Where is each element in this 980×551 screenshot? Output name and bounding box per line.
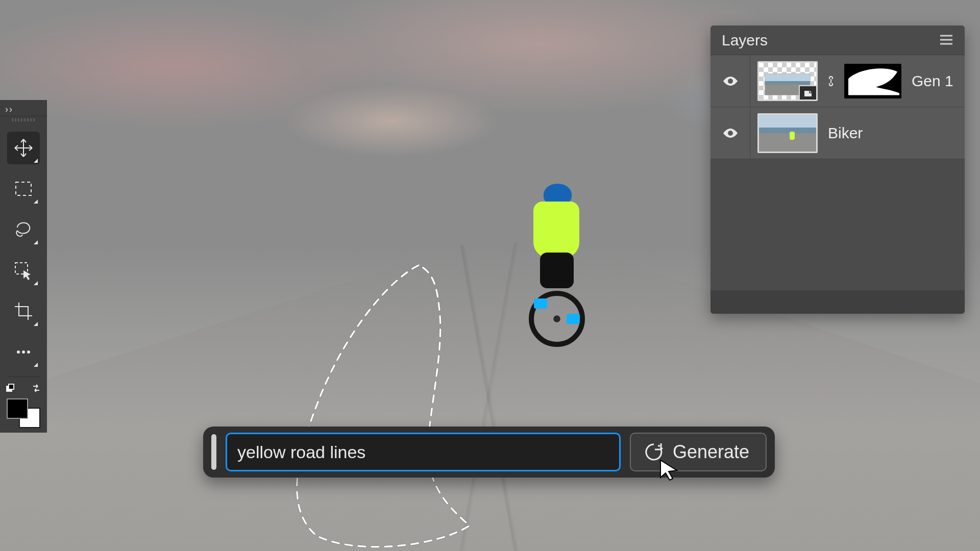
layer-mask-link[interactable] xyxy=(825,75,837,87)
generate-icon xyxy=(643,441,665,463)
toolstrip: ›› xyxy=(0,100,47,433)
color-swatches[interactable] xyxy=(7,398,40,428)
generate-button-label: Generate xyxy=(673,441,749,463)
more-tools-button[interactable] xyxy=(7,336,40,368)
lasso-tool[interactable] xyxy=(7,213,40,246)
eye-icon xyxy=(722,72,739,90)
svg-point-11 xyxy=(728,131,733,136)
bar-drag-handle[interactable] xyxy=(211,434,216,470)
generative-fill-bar: Generate xyxy=(203,427,775,478)
layer-visibility-toggle[interactable] xyxy=(710,55,750,107)
svg-rect-0 xyxy=(16,182,31,195)
toolstrip-separator xyxy=(7,377,40,377)
layer-thumbnail[interactable] xyxy=(757,113,818,153)
layers-panel-header: Layers xyxy=(710,26,965,55)
layer-row[interactable]: Gen 1 xyxy=(710,55,965,107)
link-icon xyxy=(826,75,836,87)
svg-point-12 xyxy=(658,445,660,447)
layers-panel-menu-button[interactable] xyxy=(939,32,953,49)
svg-point-2 xyxy=(17,350,20,354)
swap-colors-button[interactable] xyxy=(31,383,41,395)
crop-tool[interactable] xyxy=(7,295,40,328)
layer-visibility-toggle[interactable] xyxy=(710,107,750,159)
cyclist-figure xyxy=(516,181,597,349)
smart-object-icon xyxy=(799,85,817,101)
move-icon xyxy=(13,138,34,158)
ellipsis-icon xyxy=(13,342,34,362)
generate-button[interactable]: Generate xyxy=(630,433,767,471)
object-select-tool[interactable] xyxy=(7,254,40,287)
collapse-panels-button[interactable]: ›› xyxy=(0,103,47,116)
crop-icon xyxy=(13,301,34,321)
layers-panel: Layers Gen 1 xyxy=(710,26,965,314)
toolstrip-grip[interactable] xyxy=(0,116,47,123)
svg-point-13 xyxy=(661,447,663,449)
lasso-icon xyxy=(13,219,34,240)
hamburger-icon xyxy=(939,34,953,45)
layer-mask-thumbnail[interactable] xyxy=(844,64,901,98)
layers-panel-footer xyxy=(710,290,965,314)
svg-rect-6 xyxy=(9,384,14,389)
layer-row[interactable]: Biker xyxy=(710,107,965,159)
layers-empty-area[interactable] xyxy=(710,159,965,290)
eye-icon xyxy=(722,124,739,142)
layer-name-label[interactable]: Biker xyxy=(825,124,863,142)
layers-panel-title: Layers xyxy=(722,32,768,49)
layer-thumbnail[interactable] xyxy=(757,61,818,101)
prompt-input[interactable] xyxy=(226,433,621,471)
layer-name-label[interactable]: Gen 1 xyxy=(909,72,953,90)
object-select-icon xyxy=(13,260,34,281)
marquee-icon xyxy=(13,179,34,199)
foreground-color-swatch[interactable] xyxy=(7,398,28,419)
svg-point-3 xyxy=(22,350,25,354)
marquee-tool[interactable] xyxy=(7,172,40,205)
svg-point-10 xyxy=(728,79,733,84)
default-colors-button[interactable] xyxy=(6,383,16,395)
svg-point-4 xyxy=(27,350,30,354)
move-tool[interactable] xyxy=(7,132,40,164)
